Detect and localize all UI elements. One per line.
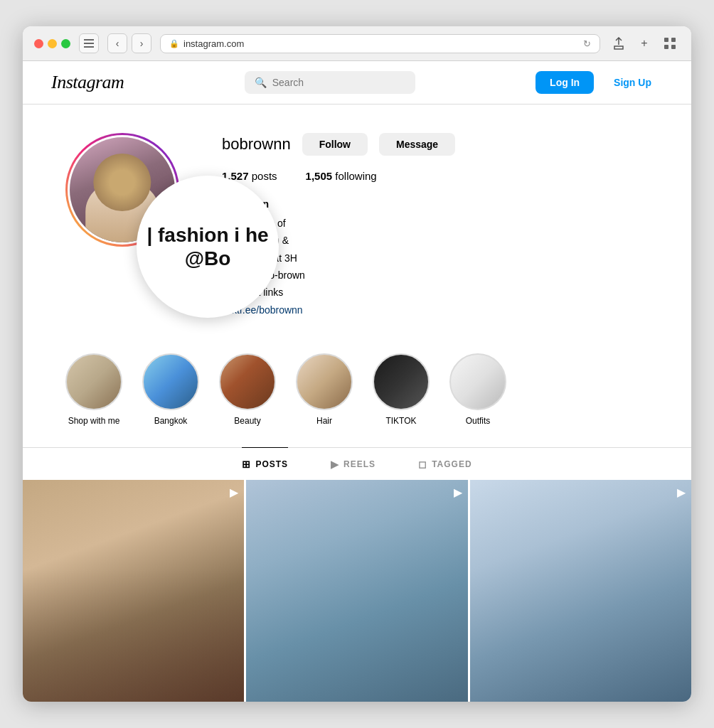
sidebar-toggle-button[interactable] [79,33,99,53]
highlight-label-shop: Shop with me [68,416,120,426]
highlight-circle-tiktok [373,353,430,410]
follow-button[interactable]: Follow [302,133,368,156]
profile-info: bobrownn Follow Message 1,527 posts 1,50… [222,133,649,318]
highlight-tiktok[interactable]: TIKTOK [373,353,430,426]
posts-tab-label: POSTS [255,459,288,469]
following-count: 1,505 [306,170,333,182]
tab-posts[interactable]: ⊞ POSTS [242,447,288,480]
highlight-beauty[interactable]: Beauty [219,353,276,426]
profile-section: | fashion i he @Bo bobrownn Follow Messa… [23,105,691,339]
address-bar[interactable]: 🔒 instagram.com ↻ [160,34,600,53]
posts-grid: ▶ ▶ ▶ [23,480,691,701]
tab-tagged[interactable]: ◻ TAGGED [418,448,471,480]
bio-line-3: Daily video at 3H [222,250,649,266]
highlight-bangkok[interactable]: Bangkok [142,353,199,426]
browser-actions: + [609,33,680,53]
highlight-label-outfits: Outfits [466,416,491,426]
highlight-circle-beauty [219,353,276,410]
bio-line-5: 👏 Outfit links [222,284,649,300]
svg-rect-1 [84,43,94,44]
highlight-label-tiktok: TIKTOK [385,416,416,426]
highlight-label-bangkok: Bangkok [154,416,188,426]
posts-label: posts [252,170,277,182]
browser-chrome: ‹ › 🔒 instagram.com ↻ + [23,26,691,61]
profile-stats: 1,527 posts 1,505 following [222,170,649,182]
tab-reels[interactable]: ▶ REELS [331,448,375,480]
reels-tab-label: REELS [343,459,375,469]
extensions-button[interactable] [660,33,680,53]
video-badge-icon: ▶ [454,486,462,499]
bio-line-1: Your source of [222,215,649,231]
login-button[interactable]: Log In [536,71,594,94]
highlight-circle-shop [65,353,122,410]
svg-rect-5 [664,45,668,49]
message-button[interactable]: Message [379,133,455,156]
browser-window: ‹ › 🔒 instagram.com ↻ + [23,26,691,701]
ig-header: Instagram 🔍 Log In Sign Up [23,61,691,105]
profile-full-name: Bo Brown [222,196,649,212]
svg-rect-4 [671,38,676,42]
back-button[interactable]: ‹ [107,33,127,53]
highlight-circle-bangkok [142,353,199,410]
share-button[interactable] [609,33,629,53]
highlight-circle-outfits [449,353,506,410]
forward-button[interactable]: › [132,33,151,53]
svg-rect-3 [664,38,668,42]
highlight-circle-hair [296,353,353,410]
table-row[interactable]: ▶ [246,480,467,701]
lock-icon: 🔒 [169,39,179,48]
profile-username: bobrownn [222,135,291,154]
story-popup-overlay: | fashion i he @Bo [137,176,279,318]
reload-button[interactable]: ↻ [583,38,591,49]
svg-rect-6 [671,45,676,49]
bio-line-2: TikTok (1M+) & [222,232,649,248]
profile-bio: Bo Brown Your source of TikTok (1M+) & D… [222,196,649,318]
search-input[interactable] [272,77,405,88]
header-actions: Log In Sign Up [536,71,663,94]
signup-button[interactable]: Sign Up [602,71,663,94]
new-tab-button[interactable]: + [634,33,654,53]
story-popup-text: | fashion i he @Bo [137,216,279,278]
table-row[interactable]: ▶ [470,480,691,701]
tagged-tab-label: TAGGED [432,459,471,469]
highlight-shop[interactable]: Shop with me [65,353,122,426]
table-row[interactable]: ▶ [23,480,244,701]
instagram-logo[interactable]: Instagram [51,72,124,93]
maximize-button[interactable] [61,39,70,48]
traffic-lights [34,39,70,48]
browser-nav: ‹ › [107,33,151,53]
instagram-page: Instagram 🔍 Log In Sign Up [23,61,691,701]
bio-line-4: ❤️ Info@bo-brown [222,267,649,283]
highlight-outfits[interactable]: Outfits [449,353,506,426]
highlight-label-beauty: Beauty [234,416,260,426]
profile-username-row: bobrownn Follow Message [222,133,649,156]
close-button[interactable] [34,39,43,48]
following-stat: 1,505 following [306,170,377,182]
url-text: instagram.com [183,38,244,49]
profile-tabs: ⊞ POSTS ▶ REELS ◻ TAGGED [23,447,691,480]
svg-rect-2 [84,46,94,48]
svg-rect-0 [84,39,94,41]
highlight-hair[interactable]: Hair [296,353,353,426]
search-bar[interactable]: 🔍 [245,71,415,94]
search-icon: 🔍 [255,77,267,88]
highlights-section: Shop with me Bangkok Beauty Hair TIKTOK … [23,339,691,447]
video-badge-icon: ▶ [677,486,686,499]
video-badge-icon: ▶ [230,486,238,499]
tagged-tab-icon: ◻ [418,459,427,470]
minimize-button[interactable] [48,39,57,48]
profile-avatar-container: | fashion i he @Bo [65,133,179,247]
posts-tab-icon: ⊞ [242,459,251,470]
following-label: following [335,170,376,182]
reels-tab-icon: ▶ [331,459,339,470]
highlight-label-hair: Hair [316,416,332,426]
